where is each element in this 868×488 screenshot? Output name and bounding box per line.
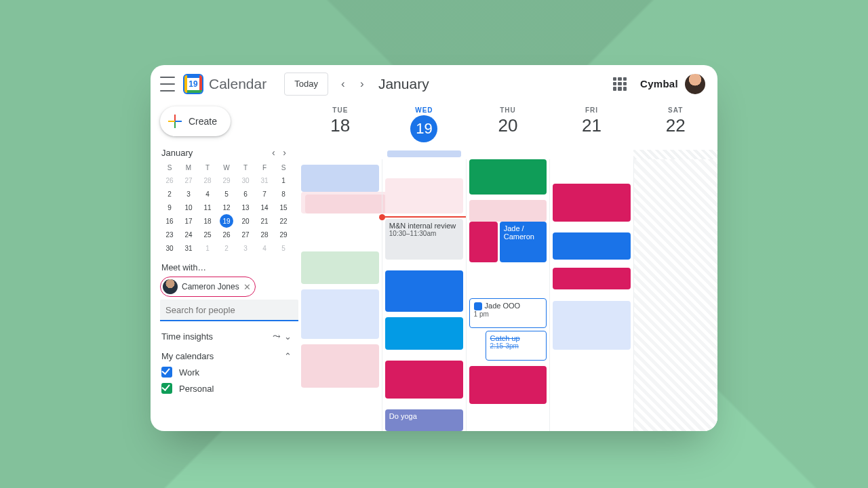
mini-day[interactable]: 22 (274, 214, 293, 228)
event[interactable] (553, 268, 631, 289)
mini-day[interactable]: 8 (274, 187, 293, 201)
event[interactable] (385, 178, 463, 214)
day-column[interactable]: Jade / CameronJade OOO1 pmCatch up2:15-3… (466, 159, 550, 431)
mini-day[interactable]: 25 (198, 228, 217, 241)
day-column[interactable] (633, 159, 717, 431)
day-of-week: FRI (585, 106, 598, 114)
event-yoga[interactable]: Do yoga (385, 409, 463, 431)
my-calendars-toggle[interactable]: My calendars ⌃ (161, 351, 292, 361)
mini-day[interactable]: 2 (160, 187, 179, 201)
mini-day[interactable]: 28 (255, 228, 274, 241)
mini-day[interactable]: 24 (179, 228, 198, 241)
event[interactable] (301, 289, 379, 338)
apps-grid-icon[interactable] (613, 77, 627, 91)
event-grid[interactable]: M&N internal review10:30–11:30amDo yogaJ… (298, 159, 717, 431)
calendar-toggle[interactable]: Work (161, 367, 293, 378)
mini-day[interactable]: 4 (255, 241, 274, 255)
event-catchup[interactable]: Catch up2:15-3pm (486, 331, 547, 361)
event[interactable] (469, 200, 547, 222)
day-header[interactable]: WED19 (382, 102, 467, 150)
person-chip[interactable]: Cameron Jones ✕ (160, 277, 256, 297)
mini-day[interactable]: 12 (217, 201, 236, 214)
mini-day[interactable]: 3 (236, 241, 255, 255)
event-ooo[interactable]: Jade OOO1 pm (469, 298, 547, 328)
next-period-button[interactable]: › (353, 75, 372, 94)
event-title: Catch up (490, 334, 520, 342)
event[interactable] (553, 232, 631, 260)
event[interactable] (553, 184, 631, 222)
day-number: 18 (330, 115, 350, 136)
mini-day[interactable]: 6 (236, 187, 255, 201)
event[interactable] (301, 165, 379, 192)
mini-day[interactable]: 16 (160, 214, 179, 228)
mini-calendar[interactable]: SMTWTFS 26272829303112345678910111213141… (160, 162, 293, 255)
mini-day[interactable]: 1 (274, 174, 293, 187)
mini-day[interactable]: 31 (255, 174, 274, 187)
mini-day[interactable]: 28 (198, 174, 217, 187)
mini-day[interactable]: 31 (179, 241, 198, 255)
mini-day[interactable]: 21 (255, 214, 274, 228)
event[interactable] (385, 317, 463, 350)
mini-prev-button[interactable]: ‹ (269, 146, 278, 159)
day-header[interactable]: FRI21 (550, 102, 634, 150)
calendar-logo-icon: 19 (184, 75, 202, 93)
day-column[interactable] (298, 159, 382, 431)
mini-day[interactable]: 1 (198, 241, 217, 255)
time-insights-toggle[interactable]: Time insights ⤳⌄ (161, 331, 292, 342)
mini-day[interactable]: 18 (198, 214, 217, 228)
event[interactable] (301, 344, 379, 388)
event[interactable] (553, 301, 631, 350)
event[interactable] (469, 159, 547, 195)
event[interactable] (385, 361, 463, 399)
mini-day[interactable]: 4 (198, 187, 217, 201)
mini-day[interactable]: 27 (236, 228, 255, 241)
event[interactable] (385, 270, 463, 311)
mini-day[interactable]: 26 (217, 228, 236, 241)
mini-day[interactable]: 30 (160, 241, 179, 255)
today-button[interactable]: Today (284, 73, 328, 96)
mini-day[interactable]: 13 (236, 201, 255, 214)
event-jade[interactable]: Jade / Cameron (500, 222, 547, 262)
event-title: Jade OOO (485, 302, 521, 310)
event-focus[interactable]: M&N internal review10:30–11:30am (385, 219, 463, 260)
mini-day[interactable]: 2 (217, 241, 236, 255)
allday-event[interactable] (387, 150, 461, 157)
mini-day[interactable]: 9 (160, 201, 179, 214)
day-column[interactable]: M&N internal review10:30–11:30amDo yoga (382, 159, 466, 431)
mini-day[interactable]: 14 (255, 201, 274, 214)
mini-day[interactable]: 23 (160, 228, 179, 241)
search-people-input[interactable] (160, 300, 298, 321)
mini-day[interactable]: 5 (274, 241, 293, 255)
mini-next-button[interactable]: › (280, 146, 289, 159)
chip-remove-icon[interactable]: ✕ (243, 282, 251, 292)
mini-day[interactable]: 20 (236, 214, 255, 228)
mini-day[interactable]: 7 (255, 187, 274, 201)
mini-day[interactable]: 26 (160, 174, 179, 187)
create-button[interactable]: Create (160, 106, 231, 136)
mini-day[interactable]: 11 (198, 201, 217, 214)
mini-day[interactable]: 29 (274, 228, 293, 241)
event[interactable] (469, 366, 547, 404)
mini-day[interactable]: 27 (179, 174, 198, 187)
event[interactable] (305, 195, 386, 214)
mini-day[interactable]: 3 (179, 187, 198, 201)
event[interactable] (301, 251, 379, 284)
day-header[interactable]: TUE18 (298, 102, 382, 150)
hamburger-menu-icon[interactable] (160, 75, 175, 94)
event[interactable] (469, 222, 498, 262)
mini-day[interactable]: 19 (217, 214, 236, 228)
mini-day[interactable]: 15 (274, 201, 293, 214)
day-number: 20 (498, 115, 518, 136)
mini-day[interactable]: 5 (217, 187, 236, 201)
account-avatar[interactable] (685, 74, 705, 94)
sidebar: Create January ‹ › SMTWTFS 2627282930311… (151, 102, 298, 431)
calendar-toggle[interactable]: Personal (161, 383, 293, 394)
day-column[interactable] (549, 159, 633, 431)
mini-day[interactable]: 29 (217, 174, 236, 187)
day-header[interactable]: SAT22 (633, 102, 717, 150)
mini-day[interactable]: 30 (236, 174, 255, 187)
day-header[interactable]: THU20 (466, 102, 550, 150)
prev-period-button[interactable]: ‹ (334, 75, 353, 94)
mini-day[interactable]: 10 (179, 201, 198, 214)
mini-day[interactable]: 17 (179, 214, 198, 228)
